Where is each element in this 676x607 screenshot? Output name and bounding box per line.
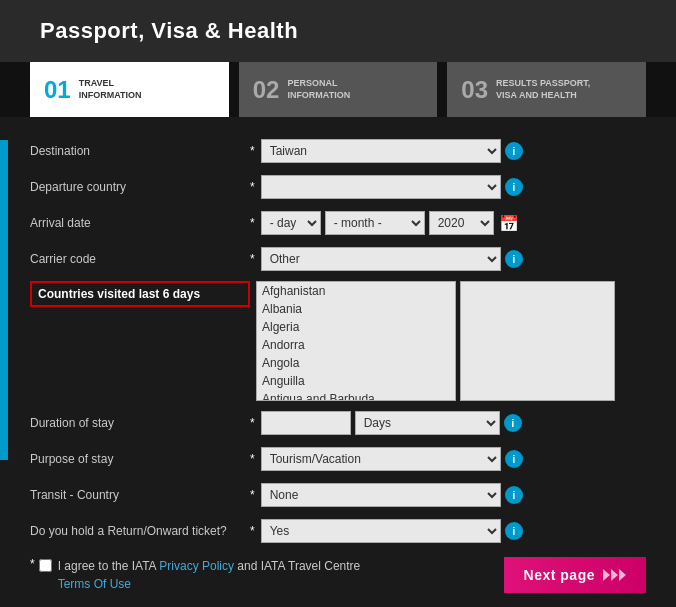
step-3[interactable]: 03 RESULTS PASSPORT,VISA AND HEALTH (447, 62, 646, 117)
destination-row: Destination * Taiwan i (30, 137, 646, 165)
destination-required: * (250, 144, 255, 158)
list-item[interactable]: Andorra (257, 336, 455, 354)
purpose-required: * (250, 452, 255, 466)
days-select[interactable]: Days (355, 411, 500, 435)
step-1[interactable]: 01 TRAVELINFORMATION (30, 62, 229, 117)
step-1-label: TRAVELINFORMATION (79, 78, 142, 101)
agree-required: * (30, 557, 35, 571)
countries-label: Countries visited last 6 days (30, 281, 250, 307)
main-form: Destination * Taiwan i Departure country… (0, 117, 676, 607)
carrier-label: Carrier code (30, 252, 250, 266)
steps-bar: 01 TRAVELINFORMATION 02 PERSONALINFORMAT… (0, 62, 676, 117)
departure-label: Departure country (30, 180, 250, 194)
duration-input[interactable] (261, 411, 351, 435)
duration-info-icon[interactable]: i (504, 414, 522, 432)
list-item[interactable]: Anguilla (257, 372, 455, 390)
duration-required: * (250, 416, 255, 430)
year-select[interactable]: 2020 (429, 211, 494, 235)
countries-controls: Afghanistan Albania Algeria Andorra Ango… (256, 281, 646, 401)
return-row: Do you hold a Return/Onward ticket? * Ye… (30, 517, 646, 545)
countries-list-right[interactable] (460, 281, 615, 401)
transit-select[interactable]: None (261, 483, 501, 507)
transit-info-icon[interactable]: i (505, 486, 523, 504)
arrival-required: * (250, 216, 255, 230)
arrival-label: Arrival date (30, 216, 250, 230)
step-2[interactable]: 02 PERSONALINFORMATION (239, 62, 438, 117)
bottom-bar: Next page (504, 557, 646, 593)
destination-info-icon[interactable]: i (505, 142, 523, 160)
purpose-label: Purpose of stay (30, 452, 250, 466)
transit-row: Transit - Country * None i (30, 481, 646, 509)
agree-checkbox[interactable] (39, 559, 52, 572)
departure-info-icon[interactable]: i (505, 178, 523, 196)
carrier-info-icon[interactable]: i (505, 250, 523, 268)
transit-label: Transit - Country (30, 488, 250, 502)
duration-row: Duration of stay * Days i (30, 409, 646, 437)
step-2-label: PERSONALINFORMATION (287, 78, 350, 101)
return-info-icon[interactable]: i (505, 522, 523, 540)
page-title: Passport, Visa & Health (40, 18, 636, 44)
chevron-2 (611, 569, 618, 581)
destination-label: Destination (30, 144, 250, 158)
next-page-button[interactable]: Next page (504, 557, 646, 593)
step-3-label: RESULTS PASSPORT,VISA AND HEALTH (496, 78, 590, 101)
list-item[interactable]: Antigua and Barbuda (257, 390, 455, 401)
purpose-row: Purpose of stay * Tourism/Vacation i (30, 445, 646, 473)
terms-line: Terms Of Use (58, 575, 361, 593)
next-chevrons (603, 569, 626, 581)
arrival-row: Arrival date * - day - - month - 2020 📅 (30, 209, 646, 237)
return-required: * (250, 524, 255, 538)
agree-text: I agree to the IATA Privacy Policy and I… (58, 557, 361, 593)
purpose-info-icon[interactable]: i (505, 450, 523, 468)
return-select[interactable]: Yes (261, 519, 501, 543)
carrier-row: Carrier code * Other i (30, 245, 646, 273)
list-item[interactable]: Angola (257, 354, 455, 372)
duration-label: Duration of stay (30, 416, 250, 430)
list-item[interactable]: Afghanistan (257, 282, 455, 300)
step-1-number: 01 (44, 78, 71, 102)
departure-row: Departure country * i (30, 173, 646, 201)
destination-select[interactable]: Taiwan (261, 139, 501, 163)
agree-text-middle: and IATA Travel Centre (234, 559, 360, 573)
countries-label-cell: Countries visited last 6 days (30, 281, 250, 307)
carrier-required: * (250, 252, 255, 266)
list-item[interactable]: Albania (257, 300, 455, 318)
terms-of-use-link[interactable]: Terms Of Use (58, 577, 131, 591)
duration-controls: Days i (261, 411, 646, 435)
agree-text-prefix: I agree to the IATA (58, 559, 160, 573)
transit-controls: None i (261, 483, 646, 507)
chevron-3 (619, 569, 626, 581)
countries-list-left[interactable]: Afghanistan Albania Algeria Andorra Ango… (256, 281, 456, 401)
countries-row: Countries visited last 6 days Afghanista… (30, 281, 646, 401)
purpose-controls: Tourism/Vacation i (261, 447, 646, 471)
calendar-icon[interactable]: 📅 (498, 212, 520, 234)
list-item[interactable]: Algeria (257, 318, 455, 336)
day-select[interactable]: - day - (261, 211, 321, 235)
page-header: Passport, Visa & Health (0, 0, 676, 62)
arrival-controls: - day - - month - 2020 📅 (261, 211, 646, 235)
privacy-policy-link[interactable]: Privacy Policy (159, 559, 234, 573)
carrier-controls: Other i (261, 247, 646, 271)
step-3-number: 03 (461, 78, 488, 102)
return-label: Do you hold a Return/Onward ticket? (30, 524, 250, 538)
departure-controls: i (261, 175, 646, 199)
departure-required: * (250, 180, 255, 194)
destination-controls: Taiwan i (261, 139, 646, 163)
next-button-label: Next page (524, 567, 595, 583)
month-select[interactable]: - month - (325, 211, 425, 235)
chevron-1 (603, 569, 610, 581)
step-2-number: 02 (253, 78, 280, 102)
return-controls: Yes i (261, 519, 646, 543)
departure-select[interactable] (261, 175, 501, 199)
transit-required: * (250, 488, 255, 502)
purpose-select[interactable]: Tourism/Vacation (261, 447, 501, 471)
carrier-select[interactable]: Other (261, 247, 501, 271)
